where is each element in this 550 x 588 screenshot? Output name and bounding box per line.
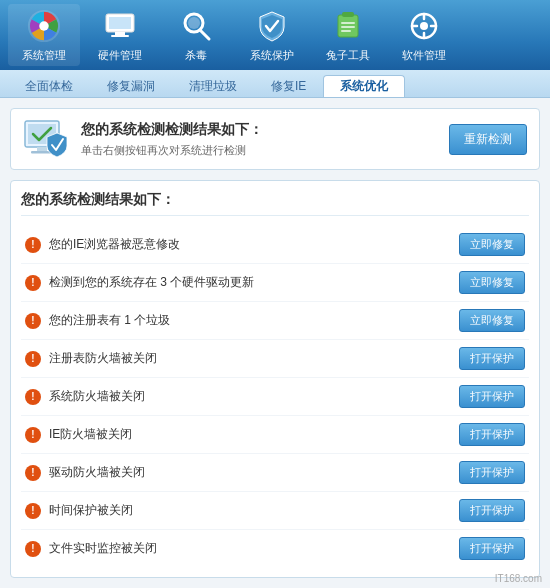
nav-kill[interactable]: 杀毒: [160, 4, 232, 66]
svg-rect-10: [342, 12, 354, 17]
svg-rect-3: [109, 17, 131, 29]
item-left-8: ! 文件实时监控被关闭: [25, 540, 459, 557]
warn-icon-2: !: [25, 313, 41, 329]
warn-icon-1: !: [25, 275, 41, 291]
software-icon: [406, 8, 442, 44]
svg-line-8: [200, 30, 209, 39]
svg-point-1: [39, 21, 48, 30]
item-left-1: ! 检测到您的系统存在 3 个硬件驱动更新: [25, 274, 459, 291]
fix-button-3[interactable]: 打开保护: [459, 347, 525, 370]
warn-icon-3: !: [25, 351, 41, 367]
nav-tools[interactable]: 兔子工具: [312, 4, 384, 66]
result-item-2: ! 您的注册表有 1 个垃圾 立即修复: [21, 302, 529, 340]
results-section: 您的系统检测结果如下： ! 您的IE浏览器被恶意修改 立即修复 ! 检测到您的系…: [10, 180, 540, 578]
warn-icon-0: !: [25, 237, 41, 253]
watermark: IT168.com: [495, 573, 542, 584]
item-left-5: ! IE防火墙被关闭: [25, 426, 459, 443]
result-item-4: ! 系统防火墙被关闭 打开保护: [21, 378, 529, 416]
warn-icon-4: !: [25, 389, 41, 405]
item-left-4: ! 系统防火墙被关闭: [25, 388, 459, 405]
computer-icon: [23, 119, 71, 159]
nav-software[interactable]: 软件管理: [388, 4, 460, 66]
banner-subtitle: 单击右侧按钮再次对系统进行检测: [81, 143, 263, 158]
item-text-4: 系统防火墙被关闭: [49, 388, 145, 405]
nav-hardware[interactable]: 硬件管理: [84, 4, 156, 66]
fix-button-4[interactable]: 打开保护: [459, 385, 525, 408]
hardware-label: 硬件管理: [98, 48, 142, 63]
banner-text: 您的系统检测检测结果如下： 单击右侧按钮再次对系统进行检测: [81, 121, 263, 158]
item-left-2: ! 您的注册表有 1 个垃圾: [25, 312, 459, 329]
result-item-3: ! 注册表防火墙被关闭 打开保护: [21, 340, 529, 378]
kill-icon: [178, 8, 214, 44]
item-text-6: 驱动防火墙被关闭: [49, 464, 145, 481]
banner-left: 您的系统检测检测结果如下： 单击右侧按钮再次对系统进行检测: [23, 119, 263, 159]
item-text-5: IE防火墙被关闭: [49, 426, 132, 443]
protect-icon: [254, 8, 290, 44]
svg-rect-4: [115, 32, 125, 35]
warn-icon-8: !: [25, 541, 41, 557]
svg-rect-12: [341, 26, 355, 28]
result-banner: 您的系统检测检测结果如下： 单击右侧按钮再次对系统进行检测 重新检测: [10, 108, 540, 170]
item-text-7: 时间保护被关闭: [49, 502, 133, 519]
item-text-2: 您的注册表有 1 个垃圾: [49, 312, 170, 329]
result-item-0: ! 您的IE浏览器被恶意修改 立即修复: [21, 226, 529, 264]
protect-label: 系统保护: [250, 48, 294, 63]
fix-button-7[interactable]: 打开保护: [459, 499, 525, 522]
svg-rect-5: [111, 35, 129, 37]
logo-label: 系统管理: [22, 48, 66, 63]
tools-icon: [330, 8, 366, 44]
tab-full-check[interactable]: 全面体检: [8, 75, 90, 97]
result-item-8: ! 文件实时监控被关闭 打开保护: [21, 530, 529, 567]
svg-point-15: [420, 22, 428, 30]
tab-optimize[interactable]: 系统优化: [323, 75, 405, 97]
software-label: 软件管理: [402, 48, 446, 63]
svg-point-7: [188, 17, 200, 29]
fix-button-1[interactable]: 立即修复: [459, 271, 525, 294]
item-text-0: 您的IE浏览器被恶意修改: [49, 236, 180, 253]
fix-button-5[interactable]: 打开保护: [459, 423, 525, 446]
svg-rect-22: [37, 147, 47, 151]
result-item-6: ! 驱动防火墙被关闭 打开保护: [21, 454, 529, 492]
tools-label: 兔子工具: [326, 48, 370, 63]
item-text-1: 检测到您的系统存在 3 个硬件驱动更新: [49, 274, 254, 291]
item-left-3: ! 注册表防火墙被关闭: [25, 350, 459, 367]
item-text-8: 文件实时监控被关闭: [49, 540, 157, 557]
logo-icon: [26, 8, 62, 44]
nav-logo[interactable]: 系统管理: [8, 4, 80, 66]
item-left-6: ! 驱动防火墙被关闭: [25, 464, 459, 481]
kill-label: 杀毒: [185, 48, 207, 63]
tab-fix-error[interactable]: 修复漏洞: [90, 75, 172, 97]
tab-bar: 全面体检 修复漏洞 清理垃圾 修复IE 系统优化: [0, 70, 550, 98]
svg-rect-11: [341, 22, 355, 24]
result-item-7: ! 时间保护被关闭 打开保护: [21, 492, 529, 530]
fix-button-8[interactable]: 打开保护: [459, 537, 525, 560]
item-left-7: ! 时间保护被关闭: [25, 502, 459, 519]
result-item-5: ! IE防火墙被关闭 打开保护: [21, 416, 529, 454]
item-left-0: ! 您的IE浏览器被恶意修改: [25, 236, 459, 253]
top-nav: 系统管理 硬件管理 杀毒: [0, 0, 550, 70]
fix-button-2[interactable]: 立即修复: [459, 309, 525, 332]
tab-fix-ie[interactable]: 修复IE: [254, 75, 323, 97]
hardware-icon: [102, 8, 138, 44]
nav-protect[interactable]: 系统保护: [236, 4, 308, 66]
banner-title: 您的系统检测检测结果如下：: [81, 121, 263, 139]
result-item-1: ! 检测到您的系统存在 3 个硬件驱动更新 立即修复: [21, 264, 529, 302]
svg-rect-13: [341, 30, 351, 32]
fix-button-0[interactable]: 立即修复: [459, 233, 525, 256]
main-content: 您的系统检测检测结果如下： 单击右侧按钮再次对系统进行检测 重新检测 您的系统检…: [0, 98, 550, 588]
redetect-button[interactable]: 重新检测: [449, 124, 527, 155]
warn-icon-5: !: [25, 427, 41, 443]
warn-icon-7: !: [25, 503, 41, 519]
item-text-3: 注册表防火墙被关闭: [49, 350, 157, 367]
section-title: 您的系统检测结果如下：: [21, 191, 529, 216]
warn-icon-6: !: [25, 465, 41, 481]
tab-clean-junk[interactable]: 清理垃圾: [172, 75, 254, 97]
fix-button-6[interactable]: 打开保护: [459, 461, 525, 484]
